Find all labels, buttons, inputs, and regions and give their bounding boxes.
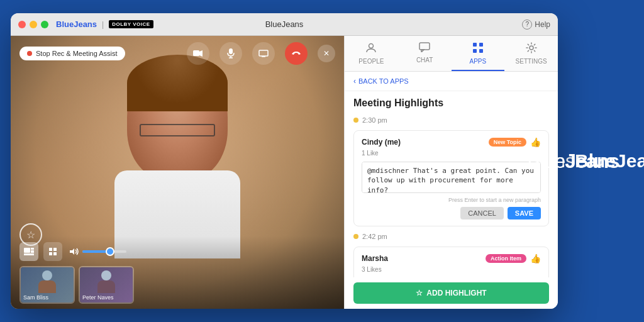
svg-rect-22 <box>473 49 477 53</box>
title-bar-brand: BlueJeans | DOLBY VOICE <box>56 19 153 29</box>
tab-settings[interactable]: SETTINGS <box>504 36 558 71</box>
svg-rect-23 <box>479 49 483 53</box>
edit-area-cindy: @mdischner That's a great point. Can you… <box>362 162 541 219</box>
card-likes-marsha: 3 Likes <box>362 266 541 273</box>
svg-marker-1 <box>199 50 203 57</box>
time-dot-1 <box>353 118 358 123</box>
window-title: BlueJeans <box>265 19 304 29</box>
grid-view-button[interactable] <box>43 242 62 261</box>
card-header-marsha: Marsha Action Item 👍 <box>362 253 541 264</box>
cancel-button[interactable]: CANCEL <box>460 207 504 219</box>
participant-thumb-1[interactable]: Sam Bliss <box>19 266 75 304</box>
back-chevron-icon: ‹ <box>353 77 356 86</box>
video-top-bar: Stop Rec & Meeting Assist <box>11 42 344 65</box>
tag-action-item: Action Item <box>486 254 526 263</box>
speaker-view-button[interactable] <box>19 242 38 261</box>
highlight-card-marsha: Marsha Action Item 👍 3 Likes <box>353 247 549 277</box>
screen-share-button[interactable] <box>252 42 275 65</box>
svg-rect-11 <box>24 253 34 255</box>
help-label[interactable]: Help <box>535 20 550 29</box>
participant-thumb-2[interactable]: Peter Naves <box>79 266 134 304</box>
tab-chat[interactable]: CHAT <box>398 36 452 71</box>
participant-name-2: Peter Naves <box>82 294 114 301</box>
rec-button[interactable]: Stop Rec & Meeting Assist <box>19 47 125 60</box>
tab-apps[interactable]: APPS <box>452 36 505 71</box>
video-bottom-area: Sam Bliss Peter Naves <box>11 236 344 309</box>
svg-rect-14 <box>49 252 52 255</box>
bluejeans-logo: BlueJeans <box>56 19 97 29</box>
svg-point-17 <box>369 44 374 48</box>
save-button[interactable]: SAVE <box>508 207 541 219</box>
time-marker-2: 2:42 pm <box>353 233 549 240</box>
tag-new-topic: New Topic <box>489 138 526 147</box>
time-label-2: 2:42 pm <box>362 233 387 240</box>
svg-rect-2 <box>229 48 233 54</box>
tab-people-label: PEOPLE <box>358 58 384 65</box>
svg-rect-13 <box>53 248 57 251</box>
end-call-button[interactable] <box>285 42 308 65</box>
svg-rect-10 <box>31 250 34 253</box>
time-label-1: 2:30 pm <box>362 116 387 124</box>
tab-apps-label: APPS <box>470 58 487 65</box>
back-to-apps-link[interactable]: ‹ BACK TO APPS <box>345 72 558 91</box>
svg-rect-12 <box>49 248 52 251</box>
volume-track[interactable] <box>82 250 126 253</box>
volume-thumb[interactable] <box>106 247 114 256</box>
close-window-button[interactable] <box>18 21 26 28</box>
participant-name-1: Sam Bliss <box>23 294 48 301</box>
volume-slider[interactable] <box>70 248 126 255</box>
brand-separator: | <box>102 20 104 29</box>
volume-fill <box>82 250 107 253</box>
video-controls-top[interactable]: ✕ <box>187 42 335 65</box>
dolby-badge: DOLBY VOICE <box>109 20 153 28</box>
like-button-marsha[interactable]: 👍 <box>530 253 541 264</box>
nav-tabs[interactable]: PEOPLE CHAT APPS <box>345 36 558 72</box>
bluejeans-brand-text: BlueJeans <box>527 150 619 173</box>
svg-rect-15 <box>53 252 57 255</box>
tab-settings-label: SETTINGS <box>516 58 547 65</box>
bluejeans-brand-area: BlueJeans <box>527 150 619 173</box>
apps-icon <box>472 42 484 56</box>
svg-rect-21 <box>479 43 483 47</box>
svg-rect-5 <box>259 50 268 56</box>
svg-marker-16 <box>70 248 74 255</box>
mic-button[interactable] <box>219 42 242 65</box>
svg-rect-8 <box>24 248 30 253</box>
like-button-cindy[interactable]: 👍 <box>530 137 541 147</box>
svg-rect-0 <box>193 50 199 56</box>
edit-hint: Press Enter to start a new paragraph <box>362 197 541 203</box>
panel-title: Meeting Highlights <box>353 97 549 109</box>
tab-people[interactable]: PEOPLE <box>345 36 398 71</box>
highlight-card-cindy: Cindy (me) New Topic 👍 1 Like @mdischner… <box>353 130 549 226</box>
svg-point-24 <box>530 46 533 50</box>
card-likes-cindy: 1 Like <box>362 150 541 157</box>
maximize-window-button[interactable] <box>41 21 48 28</box>
chat-icon <box>419 42 430 55</box>
window-controls[interactable] <box>18 21 48 28</box>
tab-chat-label: CHAT <box>416 57 433 64</box>
settings-icon <box>526 42 537 56</box>
title-bar: BlueJeans | DOLBY VOICE BlueJeans ? Help <box>11 13 558 36</box>
svg-rect-20 <box>473 43 477 47</box>
edit-textarea-cindy[interactable]: @mdischner That's a great point. Can you… <box>362 162 541 193</box>
add-highlight-star-icon: ☆ <box>416 289 423 297</box>
people-icon <box>365 42 377 56</box>
svg-rect-18 <box>419 43 430 50</box>
participant-thumbnails: Sam Bliss Peter Naves <box>19 266 335 304</box>
svg-rect-9 <box>31 248 34 250</box>
video-panel: Stop Rec & Meeting Assist <box>11 36 344 309</box>
help-icon: ? <box>522 19 532 30</box>
minimize-window-button[interactable] <box>30 21 37 28</box>
add-highlight-label: ADD HIGHLIGHT <box>426 289 486 297</box>
close-video-button[interactable]: ✕ <box>318 45 335 62</box>
svg-marker-19 <box>421 50 424 52</box>
edit-buttons[interactable]: CANCEL SAVE <box>362 207 541 219</box>
time-marker-1: 2:30 pm <box>353 116 549 124</box>
help-area[interactable]: ? Help <box>522 19 550 30</box>
card-author-marsha: Marsha <box>362 254 388 263</box>
right-panel: PEOPLE CHAT APPS <box>344 36 558 309</box>
camera-button[interactable] <box>187 42 209 65</box>
add-highlight-button[interactable]: ☆ ADD HIGHLIGHT <box>353 282 549 304</box>
panel-content: Meeting Highlights 2:30 pm Cindy (me) Ne… <box>345 91 558 277</box>
view-controls[interactable] <box>19 242 335 261</box>
